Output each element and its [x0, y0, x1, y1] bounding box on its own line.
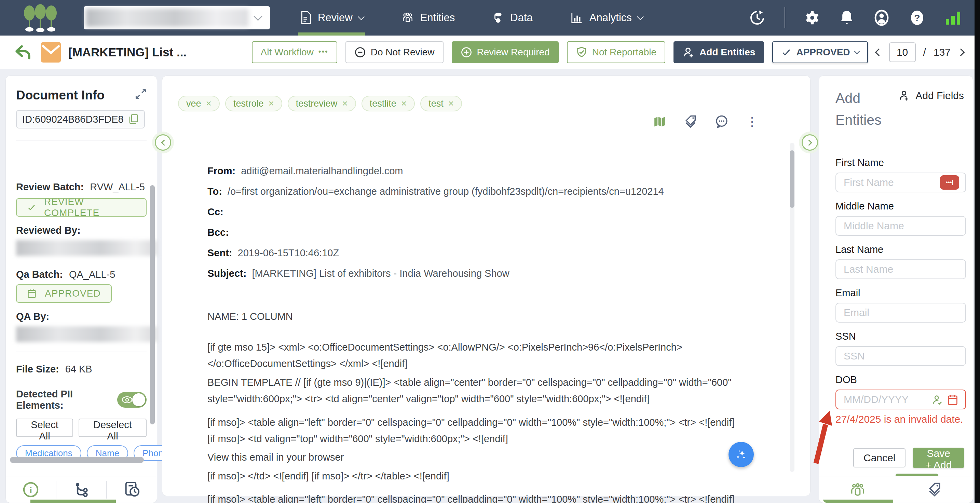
tab-data[interactable]: Data	[492, 0, 532, 35]
do-not-review-button[interactable]: Do Not Review	[345, 41, 444, 63]
email-field: Email	[835, 287, 964, 323]
pagination: / 137	[876, 42, 964, 62]
bell-icon[interactable]	[839, 10, 854, 26]
qa-status-badge: APPROVED	[16, 284, 112, 303]
help-icon[interactable]: ?	[909, 9, 925, 27]
app-root: Review Entities Data Analytics	[0, 0, 980, 503]
ai-assist-fab[interactable]	[729, 442, 754, 467]
document-tag[interactable]: vee	[178, 96, 220, 111]
person-check-icon[interactable]	[932, 394, 943, 406]
middle-name-input[interactable]	[835, 216, 966, 236]
panel-title: Document Info	[16, 88, 105, 102]
previous-page-icon[interactable]	[875, 48, 883, 56]
save-add-button[interactable]: Save + Add	[913, 448, 964, 468]
more-menu-icon[interactable]	[746, 116, 758, 128]
tab-review-label: Review	[318, 12, 353, 24]
svg-text:i: i	[29, 485, 32, 495]
chevron-right-icon	[806, 139, 812, 146]
remove-tag-icon[interactable]	[206, 98, 212, 109]
remove-tag-icon[interactable]	[342, 98, 347, 109]
deselect-all-button[interactable]: Deselect All	[79, 419, 146, 437]
password-manager-icon[interactable]	[940, 175, 959, 189]
history-icon[interactable]	[749, 10, 765, 26]
comment-icon[interactable]	[714, 115, 729, 129]
tab-info[interactable]: i	[6, 476, 56, 503]
tab-analytics[interactable]: Analytics	[570, 0, 643, 35]
email-from: aditi@email.materialhandlingdel.com	[241, 163, 403, 179]
next-page-icon[interactable]	[957, 48, 965, 56]
email-scrollbar-thumb[interactable]	[790, 150, 794, 208]
page-number-input[interactable]	[889, 42, 916, 62]
svg-text:?: ?	[914, 13, 920, 23]
expand-right-panel-button[interactable]	[802, 134, 818, 151]
pii-visibility-toggle[interactable]	[117, 392, 146, 407]
copy-icon[interactable]	[129, 114, 139, 125]
active-tab-underline	[298, 32, 365, 35]
email-body: NAME: 1 COLUMN [if gte mso 15]> <xml> <o…	[207, 309, 766, 503]
review-required-button[interactable]: Review Required	[452, 41, 559, 63]
email-input[interactable]	[835, 303, 966, 323]
last-name-input[interactable]	[835, 259, 966, 279]
email-from-row: From:aditi@email.materialhandlingdel.com	[207, 163, 766, 179]
email-cc-row: Cc:	[207, 204, 766, 220]
signal-bars-icon[interactable]	[945, 10, 962, 26]
ssn-input[interactable]	[835, 346, 966, 366]
tab-review[interactable]: Review	[300, 0, 364, 35]
document-toolbar: [MARKETING] List ... Alt Workflow Do Not…	[0, 35, 980, 69]
qa-batch-row: Qa Batch:QA_ALL-5	[16, 269, 146, 280]
branch-icon	[74, 481, 89, 498]
not-reportable-button[interactable]: Not Reportable	[567, 41, 665, 63]
tab-entity-tags[interactable]	[896, 476, 973, 503]
calendar-icon[interactable]	[947, 394, 958, 406]
user-account-icon[interactable]	[873, 9, 890, 27]
dob-error-message: 27/4/2025 is an invalid date.	[835, 414, 964, 425]
tab-entities-group[interactable]	[819, 476, 896, 503]
email-body-line: [if mso]> <td valign="top" width="600" s…	[207, 431, 766, 447]
org-selector-dropdown[interactable]	[84, 6, 270, 29]
document-tag[interactable]: testlite	[361, 96, 415, 111]
remove-tag-icon[interactable]	[268, 98, 274, 109]
tab-data-label: Data	[510, 12, 532, 24]
review-status-badge: REVIEW COMPLETE	[16, 198, 146, 216]
map-icon[interactable]	[653, 115, 667, 128]
tab-entities[interactable]: Entities	[401, 0, 455, 35]
back-arrow-icon[interactable]	[14, 43, 32, 61]
document-tag-list: vee testrole testreview testlite test	[178, 96, 462, 111]
remove-tag-icon[interactable]	[401, 98, 407, 109]
email-scrollbar[interactable]	[790, 143, 794, 472]
gear-icon[interactable]	[804, 10, 820, 25]
cancel-button[interactable]: Cancel	[853, 448, 905, 468]
collapse-left-panel-button[interactable]	[155, 134, 171, 151]
divider	[835, 138, 965, 138]
approval-status-dropdown[interactable]: APPROVED	[772, 41, 867, 63]
document-title: [MARKETING] List ...	[68, 45, 186, 59]
org-selector-redacted-value	[86, 8, 249, 27]
email-sent-row: Sent:2019-06-15T10:46:10Z	[207, 245, 766, 261]
toggle-knob	[132, 393, 145, 406]
add-entities-panel: Add Entities Add Fields First Name Middl…	[819, 75, 973, 503]
email-body-line: [if mso]> <table align="left" border="0"…	[207, 414, 766, 430]
document-info-panel: Document Info ID:609024B86D3FDE8 Review …	[5, 75, 157, 503]
chevron-down-icon	[253, 12, 262, 21]
tags-icon[interactable]	[684, 115, 697, 129]
vertical-scrollbar[interactable]	[150, 185, 155, 424]
qa-by-redacted	[16, 326, 157, 342]
first-name-field: First Name	[835, 157, 964, 193]
tab-lineage[interactable]	[56, 476, 106, 503]
document-tag[interactable]: testreview	[288, 96, 356, 111]
expand-icon[interactable]	[135, 88, 146, 100]
document-tag[interactable]: test	[420, 96, 462, 111]
add-fields-button[interactable]: Add Fields	[897, 89, 964, 102]
select-all-button[interactable]: Select All	[16, 419, 73, 437]
document-viewer-panel: vee testrole testreview testlite test Fr…	[162, 75, 810, 496]
alt-workflow-button[interactable]: Alt Workflow	[252, 41, 337, 63]
tab-document-history[interactable]	[107, 476, 157, 503]
email-type-icon	[41, 42, 61, 62]
document-tag[interactable]: testrole	[225, 96, 282, 111]
horizontal-scrollbar[interactable]	[10, 457, 144, 463]
email-body-line: BEGIN TEMPLATE // [if (gte mso 9)|(IE)]>…	[207, 374, 766, 390]
more-dots-icon	[318, 47, 328, 58]
entity-form: First Name Middle Name Last Name Email S…	[835, 157, 964, 494]
add-entities-button[interactable]: Add Entities	[673, 41, 764, 63]
remove-tag-icon[interactable]	[448, 98, 454, 109]
